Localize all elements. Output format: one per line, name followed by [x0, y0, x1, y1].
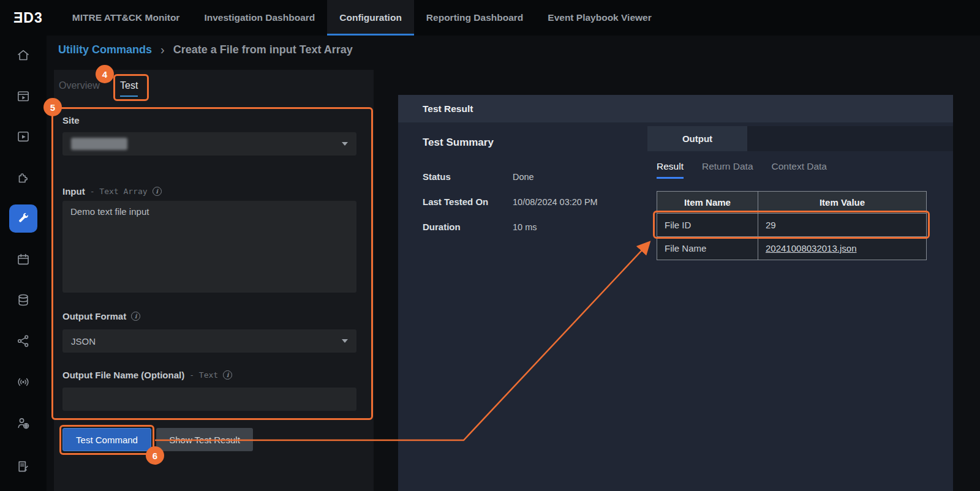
table-row-file-id: File ID 29	[657, 214, 927, 237]
icon-sidebar	[0, 36, 47, 491]
summary-row-status: Status Done	[423, 171, 534, 182]
file-name-cell: File Name	[657, 237, 758, 260]
output-file-type-hint: - Text	[189, 370, 218, 380]
duration-value: 10 ms	[513, 222, 537, 232]
test-result-panel: Test Result Test Summary Status Done Las…	[398, 95, 953, 491]
breadcrumb: Utility Commands › Create a File from in…	[58, 43, 353, 57]
utility-commands-icon[interactable]	[9, 204, 37, 233]
subtab-return-data[interactable]: Return Data	[702, 161, 753, 179]
test-summary-title: Test Summary	[423, 137, 494, 149]
connections-icon[interactable]	[9, 327, 37, 355]
tab-test[interactable]: Test	[120, 80, 138, 97]
audit-icon[interactable]	[9, 452, 37, 481]
data-icon[interactable]	[9, 286, 37, 314]
table-header-row: Item Name Item Value	[657, 192, 927, 214]
user-globe-icon[interactable]	[9, 409, 37, 437]
last-tested-value: 10/08/2024 03:20 PM	[513, 197, 598, 207]
input-type-hint: - Text Array	[90, 187, 148, 196]
summary-row-last-tested: Last Tested On 10/08/2024 03:20 PM	[423, 197, 598, 207]
site-redacted-value	[71, 138, 127, 150]
video-library-icon[interactable]	[9, 122, 37, 151]
top-nav: ƎD3 MITRE ATT&CK Monitor Investigation D…	[0, 0, 980, 36]
file-id-name-cell: File ID	[657, 214, 758, 237]
event-playbook-icon[interactable]	[9, 82, 37, 110]
integrations-icon[interactable]	[9, 163, 37, 192]
site-label: Site	[62, 115, 80, 126]
d3-logo[interactable]: ƎD3	[0, 0, 60, 36]
table-row-file-name: File Name 20241008032013.json	[657, 237, 927, 260]
tab-output[interactable]: Output	[647, 126, 747, 151]
file-id-value-cell: 29	[758, 214, 927, 237]
output-format-value: JSON	[71, 336, 96, 347]
output-file-name-input[interactable]	[62, 388, 356, 411]
chevron-down-icon	[342, 142, 348, 146]
nav-item-investigation-dashboard[interactable]: Investigation Dashboard	[192, 0, 327, 36]
command-panel: Overview Test Site Input - Text Array i …	[54, 70, 374, 491]
breadcrumb-chevron-icon: ›	[160, 43, 165, 57]
chevron-down-icon	[342, 339, 348, 343]
input-textarea[interactable]: Demo text file input	[62, 201, 356, 293]
output-format-dropdown[interactable]: JSON	[62, 329, 356, 353]
nav-item-mitre-monitor[interactable]: MITRE ATT&CK Monitor	[60, 0, 192, 36]
file-name-value-cell: 20241008032013.json	[758, 237, 927, 260]
subtab-context-data[interactable]: Context Data	[772, 161, 827, 179]
nav-item-event-playbook-viewer[interactable]: Event Playbook Viewer	[535, 0, 663, 36]
info-icon[interactable]: i	[131, 312, 140, 321]
output-subtabs: Result Return Data Context Data	[657, 161, 827, 179]
breadcrumb-utility-commands[interactable]: Utility Commands	[58, 43, 152, 56]
broadcast-icon[interactable]	[9, 368, 37, 396]
test-command-button[interactable]: Test Command	[62, 428, 151, 451]
test-result-header: Test Result	[398, 95, 953, 122]
app-root: ƎD3 MITRE ATT&CK Monitor Investigation D…	[0, 0, 980, 491]
summary-row-duration: Duration 10 ms	[423, 222, 537, 232]
site-dropdown[interactable]	[62, 132, 356, 156]
subtab-result[interactable]: Result	[657, 161, 684, 179]
schedule-icon[interactable]	[9, 246, 37, 274]
page-title: Create a File from input Text Array	[173, 43, 353, 56]
info-icon[interactable]: i	[223, 370, 232, 380]
nav-item-configuration[interactable]: Configuration	[327, 0, 414, 36]
nav-item-reporting-dashboard[interactable]: Reporting Dashboard	[414, 0, 535, 36]
col-header-item-value: Item Value	[758, 192, 927, 214]
tab-overview[interactable]: Overview	[59, 80, 100, 91]
file-download-link[interactable]: 20241008032013.json	[766, 243, 856, 253]
output-file-name-label: Output File Name (Optional) - Text i	[62, 370, 232, 380]
output-format-label: Output Format i	[62, 311, 140, 321]
home-icon[interactable]	[9, 41, 37, 69]
show-test-result-button[interactable]: Show Test Result	[156, 428, 253, 451]
status-value: Done	[513, 172, 534, 182]
input-label: Input - Text Array i	[62, 186, 162, 197]
result-table: Item Name Item Value File ID 29 File Nam…	[657, 191, 927, 260]
output-tabbar: Output	[647, 126, 953, 151]
info-icon[interactable]: i	[153, 187, 162, 196]
col-header-item-name: Item Name	[657, 192, 758, 214]
